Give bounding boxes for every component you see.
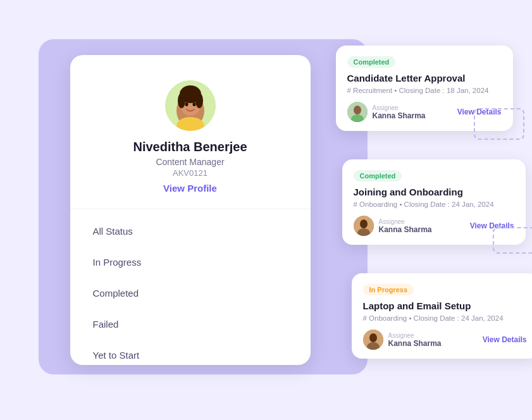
task-1-title: Candidate Letter Approval <box>347 73 502 83</box>
task-1-assignee-label: Assignee <box>373 104 426 111</box>
svg-point-16 <box>369 333 377 342</box>
profile-card: Niveditha Benerjee Content Manager AKV01… <box>70 55 311 365</box>
task-3-meta: # Onboarding • Closing Date : 24 Jan, 20… <box>363 314 527 322</box>
view-profile-link[interactable]: View Profile <box>163 183 217 194</box>
svg-point-5 <box>195 93 203 108</box>
profile-id: AKV0121 <box>173 168 207 178</box>
scene: Niveditha Benerjee Content Manager AKV01… <box>20 20 513 400</box>
svg-point-4 <box>178 93 185 108</box>
profile-name: Niveditha Benerjee <box>133 140 247 154</box>
profile-role: Content Manager <box>156 157 224 167</box>
task-3-view-details[interactable]: View Details <box>483 335 527 344</box>
dashed-decoration-1 <box>474 108 524 140</box>
task-card-1: Completed Candidate Letter Approval # Re… <box>336 46 513 131</box>
task-1-assignee-text: Assignee Kanna Sharma <box>373 104 426 120</box>
task-3-status-badge: In Progress <box>363 284 414 295</box>
svg-point-10 <box>354 106 361 114</box>
status-completed[interactable]: Completed <box>70 278 311 309</box>
avatar <box>165 80 216 131</box>
task-2-assignee-avatar <box>354 216 374 236</box>
svg-point-7 <box>185 102 188 106</box>
task-3-assignee: Assignee Kanna Sharma <box>363 330 442 350</box>
task-3-assignee-label: Assignee <box>388 332 442 339</box>
task-2-assignee-name: Kanna Sharma <box>379 225 432 234</box>
dashed-decoration-2 <box>493 227 533 254</box>
task-card-3: In Progress Laptop and Email Setup # Onb… <box>352 273 533 359</box>
svg-point-8 <box>192 102 195 106</box>
status-failed[interactable]: Failed <box>70 309 311 340</box>
status-all[interactable]: All Status <box>70 216 311 247</box>
task-3-assignee-avatar <box>363 330 383 350</box>
task-2-status-badge: Completed <box>354 170 402 182</box>
task-1-meta: # Recruitment • Closing Date : 18 Jan, 2… <box>347 87 502 94</box>
task-3-title: Laptop and Email Setup <box>363 300 527 311</box>
task-card-2: Completed Joining and Onboarding # Onboa… <box>342 159 526 245</box>
status-inprogress[interactable]: In Progress <box>70 247 311 278</box>
task-3-footer: Assignee Kanna Sharma View Details <box>363 330 527 350</box>
task-2-assignee-label: Assignee <box>379 218 432 225</box>
task-2-assignee: Assignee Kanna Sharma <box>354 216 432 236</box>
svg-point-13 <box>360 219 368 228</box>
task-3-assignee-name: Kanna Sharma <box>388 339 442 348</box>
profile-section: Niveditha Benerjee Content Manager AKV01… <box>70 55 311 209</box>
status-yettostart[interactable]: Yet to Start <box>70 340 311 365</box>
status-list: All Status In Progress Completed Failed … <box>70 209 311 365</box>
task-2-footer: Assignee Kanna Sharma View Details <box>354 216 514 236</box>
task-1-assignee: Assignee Kanna Sharma <box>347 102 426 122</box>
task-2-assignee-text: Assignee Kanna Sharma <box>379 218 432 234</box>
task-2-meta: # Onboarding • Closing Date : 24 Jan, 20… <box>354 201 514 208</box>
task-3-assignee-text: Assignee Kanna Sharma <box>388 332 442 348</box>
task-1-assignee-name: Kanna Sharma <box>373 111 426 120</box>
task-1-assignee-avatar <box>347 102 368 122</box>
task-2-title: Joining and Onboarding <box>354 187 514 197</box>
task-1-status-badge: Completed <box>347 56 396 68</box>
